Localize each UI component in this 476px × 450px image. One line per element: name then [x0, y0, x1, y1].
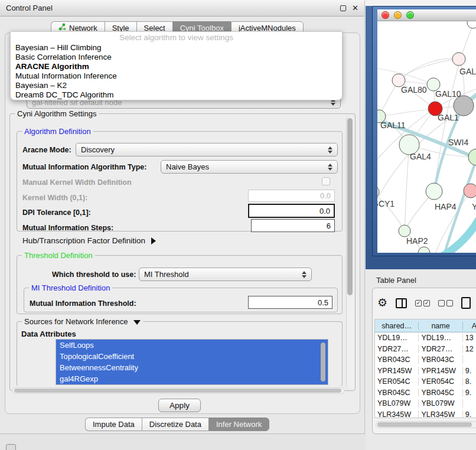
- attribute-item[interactable]: SelfLoops: [56, 340, 328, 351]
- kernel-width-label: Kernel Width (0,1):: [22, 194, 87, 202]
- table-row[interactable]: YBL079WYBL079W: [375, 398, 476, 409]
- network-node[interactable]: [467, 21, 476, 28]
- cyni-bottom-tabs: Impute DataDiscretize DataInfer Network: [85, 417, 269, 431]
- which-threshold-label: Which threshold to use:: [52, 270, 136, 279]
- node-label: GAL: [459, 67, 476, 76]
- data-attributes-list[interactable]: SelfLoopsTopologicalCoefficientBetweenne…: [56, 339, 328, 385]
- algorithm-option[interactable]: Bayesian – K2: [11, 81, 342, 90]
- settings-group-title: Cyni Algorithm Settings: [15, 109, 99, 118]
- control-panel-title: Control Panel: [6, 4, 53, 12]
- tab-label: Infer Network: [216, 420, 262, 429]
- node-label: GAL11: [380, 120, 406, 130]
- settings-hscrollbar-thumb[interactable]: [14, 389, 341, 393]
- node-table[interactable]: shared…nameA YDL19…YDL19…13YDR27…YDR27…1…: [374, 319, 476, 418]
- column-header[interactable]: name: [419, 322, 462, 330]
- gear-icon[interactable]: ⚙: [377, 297, 387, 309]
- hub-definition-toggle[interactable]: Hub/Transcription Factor Definition: [22, 236, 156, 245]
- mi-threshold-field[interactable]: 0.5: [248, 296, 332, 309]
- table-row[interactable]: YDL19…YDL19…13: [375, 332, 476, 344]
- table-row[interactable]: YBR045CYBR045C9.: [375, 387, 476, 399]
- algorithm-option[interactable]: Basic Correlation Inference: [11, 53, 342, 62]
- zoom-traffic-icon[interactable]: [406, 11, 414, 19]
- column-header[interactable]: A: [463, 322, 476, 330]
- sources-group-title[interactable]: Sources for Network Inference: [22, 317, 143, 326]
- mi-type-combobox[interactable]: Naive Bayes: [161, 160, 338, 174]
- attributes-scrollbar-thumb[interactable]: [321, 343, 325, 381]
- float-window-icon[interactable]: [340, 5, 346, 11]
- table-cell: 9.: [463, 389, 476, 397]
- node-label: GAL80: [401, 85, 427, 94]
- network-node-hap2[interactable]: [399, 225, 410, 237]
- expanded-arrow-icon: [133, 320, 141, 325]
- tab-infer-network[interactable]: Infer Network: [208, 418, 269, 431]
- node-label: HAP2: [406, 236, 428, 246]
- mi-steps-field[interactable]: 6: [251, 219, 335, 232]
- apply-button[interactable]: Apply: [158, 399, 201, 412]
- table-row[interactable]: YBR043CYBR043C: [375, 354, 476, 366]
- tab-impute-data[interactable]: Impute Data: [85, 418, 142, 431]
- minimize-traffic-icon[interactable]: [394, 11, 402, 19]
- network-node-swi4[interactable]: [468, 149, 476, 165]
- network-node-hap4[interactable]: [426, 183, 442, 200]
- mi-threshold-group-title: MI Threshold Definition: [29, 283, 112, 292]
- settings-scrollbar-thumb[interactable]: [347, 118, 353, 295]
- new-table-icon[interactable]: [461, 297, 471, 309]
- dpi-tolerance-field[interactable]: 0.0: [248, 204, 335, 218]
- manual-kernel-label: Manual Kernel Width Definition: [22, 178, 132, 187]
- sources-title-text: Sources for Network Inference: [24, 317, 128, 326]
- table-panel-body: ⚙ ✓ ✓ shared…nameA YDL19…YDL19…13YDR27…Y…: [372, 288, 476, 434]
- checked-box-icon: ✓: [423, 300, 430, 306]
- node-label: GCY1: [377, 199, 395, 208]
- deselect-all-icon[interactable]: [438, 300, 453, 306]
- checked-box-icon: ✓: [415, 300, 422, 306]
- table-cell: YDR27…: [419, 345, 462, 353]
- network-node-gal[interactable]: [452, 53, 465, 66]
- mi-steps-value: 6: [327, 221, 331, 230]
- table-row[interactable]: YPR145WYPR145W9.: [375, 366, 476, 377]
- table-row[interactable]: YDR27…YDR27…12: [375, 344, 476, 355]
- aracne-mode-combobox[interactable]: Discovery: [76, 143, 338, 156]
- algorithm-option[interactable]: Dream8 DC_TDC Algorithm: [11, 90, 342, 100]
- mi-threshold-value: 0.5: [318, 298, 328, 307]
- network-canvas[interactable]: GALGAL80GAL10GAL1GAL11GAL4SWI4GCY1HAP4YH…: [377, 21, 476, 253]
- combo-arrows-icon: [302, 271, 307, 278]
- corner-widget-icon[interactable]: [6, 444, 16, 450]
- which-threshold-combobox[interactable]: MI Threshold: [139, 268, 312, 281]
- table-hscrollbar-thumb[interactable]: [377, 422, 472, 427]
- network-window-titlebar[interactable]: [377, 9, 476, 21]
- mi-steps-label: Mutual Information Steps:: [22, 224, 113, 232]
- table-cell: YDR27…: [375, 345, 419, 353]
- combo-arrows-icon: [328, 164, 332, 171]
- tab-discretize-data[interactable]: Discretize Data: [142, 418, 208, 431]
- manual-kernel-checkbox[interactable]: [322, 177, 330, 185]
- table-cell: YBR043C: [419, 356, 462, 364]
- threshold-definition-title: Threshold Definition: [22, 251, 95, 260]
- select-all-icon[interactable]: ✓ ✓: [415, 300, 430, 306]
- close-icon[interactable]: ✕: [352, 4, 358, 12]
- network-node-y[interactable]: [464, 184, 476, 198]
- algorithm-placeholder: Select algorithm to view settings: [11, 33, 342, 43]
- table-row[interactable]: YER054CYER054C8.: [375, 376, 476, 387]
- node-label: GAL1: [438, 113, 459, 122]
- algorithm-option[interactable]: Bayesian – Hill Climbing: [11, 43, 342, 53]
- node-label: Y: [472, 202, 476, 211]
- algorithm-option[interactable]: Mutual Information Inference: [11, 71, 342, 81]
- network-graph: GALGAL80GAL10GAL1GAL11GAL4SWI4GCY1HAP4YH…: [377, 21, 476, 253]
- kernel-width-field: 0.0: [248, 190, 335, 202]
- table-row[interactable]: YLR345WYLR345W9.: [375, 409, 476, 419]
- unchecked-box-icon: [438, 300, 445, 306]
- table-cell: YER054C: [375, 377, 419, 386]
- attribute-item[interactable]: TopologicalCoefficient: [56, 351, 328, 362]
- table-header-row[interactable]: shared…nameA: [375, 319, 476, 332]
- network-window[interactable]: GALGAL80GAL10GAL1GAL11GAL4SWI4GCY1HAP4YH…: [372, 6, 476, 256]
- dpi-tolerance-label: DPI Tolerance [0,1]:: [22, 208, 91, 217]
- attribute-item[interactable]: BetweennessCentrality: [56, 362, 328, 373]
- columns-icon[interactable]: [396, 298, 407, 308]
- aracne-mode-label: Aracne Mode:: [22, 146, 71, 154]
- close-traffic-icon[interactable]: [382, 11, 389, 19]
- algorithm-option[interactable]: ARACNE Algorithm: [11, 62, 342, 71]
- mi-threshold-label: Mutual Information Threshold:: [30, 299, 136, 308]
- column-header[interactable]: shared…: [375, 322, 419, 330]
- attribute-item[interactable]: gal4RGexp: [56, 373, 328, 384]
- table-cell: 13: [463, 334, 476, 342]
